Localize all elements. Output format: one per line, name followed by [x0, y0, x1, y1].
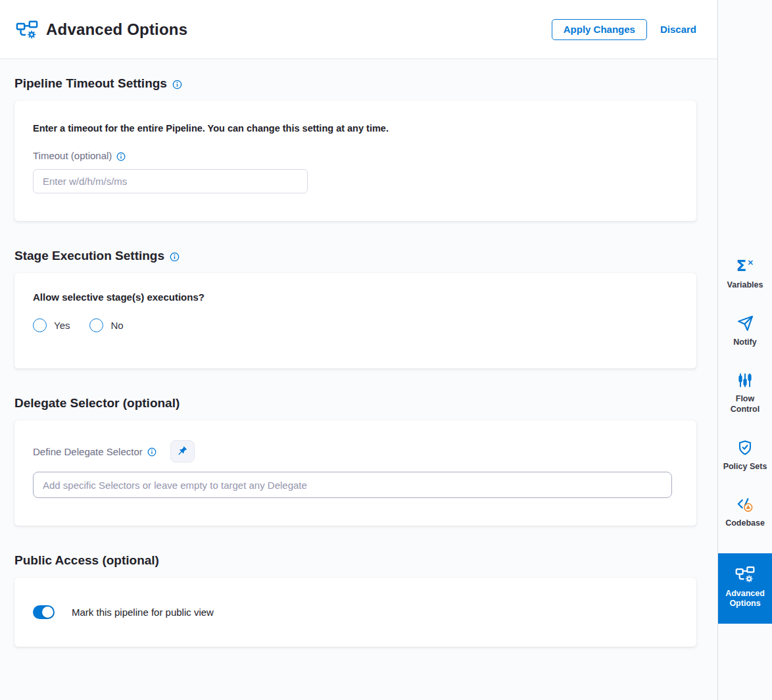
discard-button[interactable]: Discard: [659, 21, 698, 38]
pipeline-gear-icon: [735, 566, 755, 583]
radio-circle[interactable]: [33, 318, 47, 332]
main-panel: Advanced Options Apply Changes Discard P…: [0, 0, 718, 700]
timeout-input[interactable]: [33, 169, 308, 193]
section-pipeline-timeout: Pipeline Timeout Settings Enter a timeou…: [14, 76, 696, 221]
paper-plane-icon: [737, 315, 754, 332]
public-view-toggle-label: Mark this pipeline for public view: [72, 607, 214, 618]
timeout-label: Timeout (optional): [33, 150, 112, 161]
radio-circle[interactable]: [89, 318, 103, 332]
section-heading: Delegate Selector (optional): [14, 396, 180, 411]
info-icon[interactable]: [116, 152, 126, 161]
timeout-card: Enter a timeout for the entire Pipeline.…: [14, 101, 696, 221]
info-icon[interactable]: [172, 80, 182, 89]
sidebar-item-variables[interactable]: Σ× Variables: [718, 258, 772, 291]
section-heading: Pipeline Timeout Settings: [14, 76, 167, 91]
sidebar-item-flow-control[interactable]: Flow Control: [718, 372, 772, 414]
pin-icon: [176, 445, 188, 457]
info-icon[interactable]: [147, 447, 157, 457]
sidebar-item-advanced-options[interactable]: Advanced Options: [718, 553, 772, 624]
section-public-access: Public Access (optional) Mark this pipel…: [14, 553, 696, 647]
sliders-icon: [737, 372, 753, 388]
stage-execution-card: Allow selective stage(s) executions? Yes…: [14, 273, 696, 368]
pipeline-settings-sidebar: Σ× Variables Notify: [718, 0, 772, 700]
public-view-toggle[interactable]: [33, 605, 55, 619]
panel-header: Advanced Options Apply Changes Discard: [0, 0, 717, 59]
radio-yes[interactable]: Yes: [33, 318, 70, 332]
timeout-description: Enter a timeout for the entire Pipeline.…: [33, 123, 678, 134]
settings-content: Pipeline Timeout Settings Enter a timeou…: [0, 59, 717, 700]
radio-no[interactable]: No: [89, 318, 123, 332]
section-stage-execution: Stage Execution Settings Allow selective…: [14, 249, 696, 368]
info-icon[interactable]: [170, 252, 180, 262]
section-heading: Public Access (optional): [14, 553, 159, 568]
delegate-selector-label: Define Delegate Selector: [33, 446, 143, 457]
page-title: Advanced Options: [46, 20, 187, 39]
sidebar-item-codebase[interactable]: Codebase: [718, 496, 772, 529]
sidebar-item-notify[interactable]: Notify: [718, 315, 772, 348]
pin-button[interactable]: [170, 440, 195, 463]
apply-changes-button[interactable]: Apply Changes: [552, 19, 647, 40]
delegate-selector-card: Define Delegate Selector: [14, 420, 696, 526]
delegate-selector-input[interactable]: [33, 472, 672, 498]
section-delegate-selector: Delegate Selector (optional) Define Dele…: [14, 396, 696, 526]
code-warning-icon: [736, 496, 754, 512]
public-access-card: Mark this pipeline for public view: [14, 578, 696, 647]
sidebar-item-policy-sets[interactable]: Policy Sets: [718, 439, 772, 472]
pipeline-advanced-options-screen: Advanced Options Apply Changes Discard P…: [0, 0, 772, 700]
pipeline-gear-icon: [16, 20, 38, 39]
shield-check-icon: [737, 439, 753, 456]
sigma-x-icon: Σ×: [736, 258, 754, 274]
section-heading: Stage Execution Settings: [14, 249, 164, 263]
selective-execution-question: Allow selective stage(s) executions?: [33, 291, 678, 303]
